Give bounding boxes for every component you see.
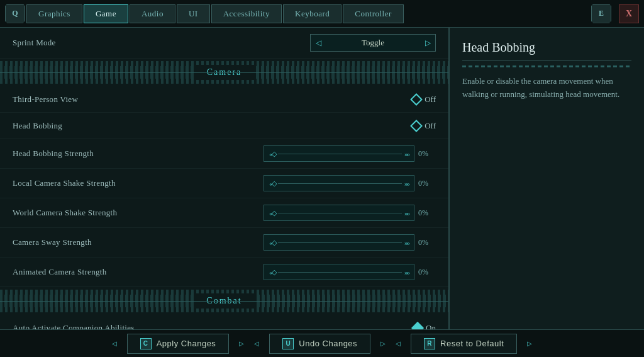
sway-slider-left-arrows[interactable]: «◇ bbox=[269, 239, 275, 247]
animated-camera-control: «◇ »» 0% bbox=[264, 264, 436, 280]
third-person-diamond-icon bbox=[410, 93, 423, 106]
sprint-mode-label: Sprint Mode bbox=[13, 38, 310, 48]
camera-sway-label: Camera Sway Strength bbox=[13, 237, 264, 247]
local-slider-track bbox=[278, 183, 402, 184]
head-bobbing-toggle[interactable]: Off bbox=[412, 121, 436, 131]
undo-changes-button[interactable]: U Undo Changes bbox=[269, 334, 370, 354]
main-content: Sprint Mode ◁ Toggle ▷ Camera Third-Pers… bbox=[0, 28, 644, 329]
third-person-value: Off bbox=[425, 94, 436, 105]
world-camera-slider[interactable]: «◇ »» bbox=[264, 205, 414, 221]
world-camera-shake-control: «◇ »» 0% bbox=[264, 205, 436, 221]
local-slider-right-arrows[interactable]: »» bbox=[404, 179, 409, 187]
head-bobbing-value: Off bbox=[425, 121, 436, 131]
auto-activate-toggle[interactable]: On bbox=[413, 323, 436, 330]
info-panel: Head Bobbing Enable or disable the camer… bbox=[449, 28, 644, 329]
top-navigation: Q Graphics Game Audio UI Accessibility K… bbox=[0, 0, 644, 28]
combat-pattern-left bbox=[0, 295, 194, 307]
info-title: Head Bobbing bbox=[462, 40, 631, 60]
local-slider-left-arrows[interactable]: «◇ bbox=[269, 179, 275, 188]
animated-slider-right-arrows[interactable]: »» bbox=[404, 268, 409, 276]
middle-right-chevron: ▷ bbox=[239, 340, 244, 347]
auto-activate-value: On bbox=[426, 323, 436, 330]
camera-sway-value: 0% bbox=[418, 238, 436, 247]
close-button[interactable]: X bbox=[619, 4, 639, 23]
local-camera-slider[interactable]: «◇ »» bbox=[264, 175, 414, 191]
middle-left-chevron: ◁ bbox=[254, 340, 259, 347]
slider-left-arrows[interactable]: «◇ bbox=[269, 150, 275, 158]
animated-camera-label: Animated Camera Strength bbox=[13, 267, 264, 277]
reset-to-default-button[interactable]: R Reset to Default bbox=[411, 334, 517, 354]
animated-camera-slider[interactable]: «◇ »» bbox=[264, 264, 414, 280]
world-slider-left-arrows[interactable]: «◇ bbox=[269, 209, 275, 217]
auto-activate-row: Auto Activate Companion Abilities On bbox=[0, 315, 448, 329]
apply-changes-button[interactable]: C Apply Changes bbox=[127, 334, 230, 354]
bottom-bar: ◁ C Apply Changes ▷ ◁ U Undo Changes ▷ ◁… bbox=[0, 329, 644, 357]
world-camera-shake-row: World Camera Shake Strength «◇ »» 0% bbox=[0, 198, 448, 228]
tab-keyboard[interactable]: Keyboard bbox=[283, 4, 341, 23]
slider-track bbox=[278, 154, 402, 154]
head-bobbing-strength-row: Head Bobbing Strength «◇ »» 0% bbox=[0, 139, 448, 169]
combat-section-label: Combat bbox=[194, 293, 254, 309]
world-camera-shake-value: 0% bbox=[418, 208, 436, 218]
left-chevron: ◁ bbox=[112, 340, 117, 347]
sprint-mode-control[interactable]: ◁ Toggle ▷ bbox=[310, 34, 436, 52]
head-bobbing-label: Head Bobbing bbox=[13, 121, 412, 131]
local-camera-shake-row: Local Camera Shake Strength «◇ »» 0% bbox=[0, 169, 448, 198]
sprint-mode-row: Sprint Mode ◁ Toggle ▷ bbox=[0, 28, 448, 59]
undo-right-chevron: ▷ bbox=[380, 340, 386, 347]
head-bobbing-diamond-icon bbox=[410, 120, 423, 132]
right-chevron: ▷ bbox=[527, 340, 532, 347]
nav-left-key[interactable]: Q bbox=[5, 4, 25, 23]
section-pattern-left bbox=[0, 66, 194, 79]
sprint-mode-toggle[interactable]: ◁ Toggle ▷ bbox=[310, 34, 436, 52]
camera-sway-control: «◇ »» 0% bbox=[264, 234, 436, 251]
sway-slider-right-arrows[interactable]: »» bbox=[404, 239, 409, 246]
auto-activate-label: Auto Activate Companion Abilities bbox=[13, 323, 413, 330]
world-camera-shake-label: World Camera Shake Strength bbox=[13, 208, 264, 218]
undo-key: U bbox=[282, 338, 294, 349]
third-person-view-row: Third-Person View Off bbox=[0, 86, 448, 113]
local-camera-shake-label: Local Camera Shake Strength bbox=[13, 178, 264, 188]
undo-label: Undo Changes bbox=[299, 339, 357, 348]
reset-label: Reset to Default bbox=[440, 339, 504, 348]
settings-panel: Sprint Mode ◁ Toggle ▷ Camera Third-Pers… bbox=[0, 28, 449, 329]
sprint-mode-value: Toggle bbox=[326, 38, 420, 48]
sprint-arrow-right[interactable]: ▷ bbox=[420, 34, 435, 52]
camera-section-divider: Camera bbox=[0, 61, 448, 84]
third-person-toggle[interactable]: Off bbox=[412, 94, 436, 105]
slider-right-arrows[interactable]: »» bbox=[404, 150, 409, 157]
sway-slider-track bbox=[278, 242, 402, 243]
head-bobbing-slider[interactable]: «◇ »» bbox=[264, 145, 414, 162]
tab-accessibility[interactable]: Accessibility bbox=[211, 4, 282, 23]
animated-camera-value: 0% bbox=[418, 268, 436, 277]
world-slider-right-arrows[interactable]: »» bbox=[404, 209, 409, 217]
info-divider bbox=[462, 65, 631, 67]
tab-graphics[interactable]: Graphics bbox=[26, 4, 82, 23]
tab-game[interactable]: Game bbox=[84, 4, 128, 23]
combat-section-divider: Combat bbox=[0, 290, 448, 312]
section-pattern-right bbox=[254, 66, 448, 79]
camera-sway-slider[interactable]: «◇ »» bbox=[264, 234, 414, 251]
head-bobbing-strength-control: «◇ »» 0% bbox=[264, 145, 436, 162]
head-bobbing-row: Head Bobbing Off bbox=[0, 113, 448, 139]
tab-ui[interactable]: UI bbox=[177, 4, 210, 23]
apply-key: C bbox=[140, 338, 152, 349]
sprint-arrow-left[interactable]: ◁ bbox=[311, 34, 326, 52]
animated-slider-track bbox=[278, 272, 402, 273]
reset-key: R bbox=[424, 338, 435, 349]
animated-slider-left-arrows[interactable]: «◇ bbox=[269, 268, 275, 276]
camera-sway-row: Camera Sway Strength «◇ »» 0% bbox=[0, 228, 448, 258]
auto-activate-diamond-icon bbox=[411, 322, 424, 329]
third-person-view-label: Third-Person View bbox=[13, 94, 412, 105]
camera-section-label: Camera bbox=[194, 65, 255, 80]
combat-pattern-right bbox=[255, 295, 448, 307]
apply-label: Apply Changes bbox=[157, 339, 216, 348]
tab-controller[interactable]: Controller bbox=[343, 4, 403, 23]
tab-audio[interactable]: Audio bbox=[130, 4, 175, 23]
reset-left-chevron: ◁ bbox=[396, 340, 401, 347]
world-slider-track bbox=[278, 213, 402, 213]
head-bobbing-strength-label: Head Bobbing Strength bbox=[13, 149, 264, 159]
info-description: Enable or disable the camera movement wh… bbox=[462, 75, 631, 101]
nav-right-key[interactable]: E bbox=[591, 4, 611, 23]
head-bobbing-strength-value: 0% bbox=[418, 149, 436, 159]
